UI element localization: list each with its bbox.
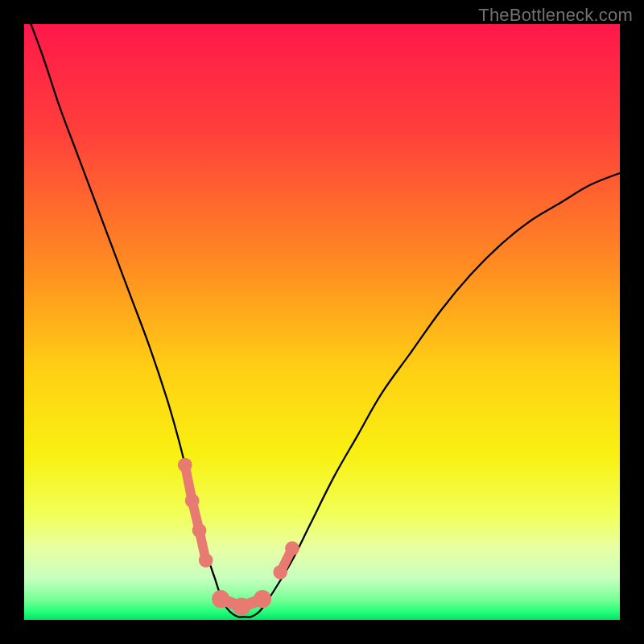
left-top-marker	[178, 458, 192, 473]
chart-frame: TheBottleneck.com	[0, 0, 644, 644]
plot-area	[24, 24, 620, 620]
right-lower-marker	[273, 565, 287, 580]
right-upper-marker	[285, 541, 299, 555]
floor-right-marker	[254, 590, 271, 608]
left-lower-marker	[192, 523, 207, 538]
floor-mid-marker	[233, 598, 250, 616]
left-bottom-marker	[199, 553, 213, 568]
chart-svg	[24, 24, 620, 620]
left-upper-marker	[185, 493, 200, 508]
floor-left-marker	[212, 590, 229, 608]
watermark-text: TheBottleneck.com	[478, 5, 633, 26]
gradient-background	[24, 24, 620, 620]
